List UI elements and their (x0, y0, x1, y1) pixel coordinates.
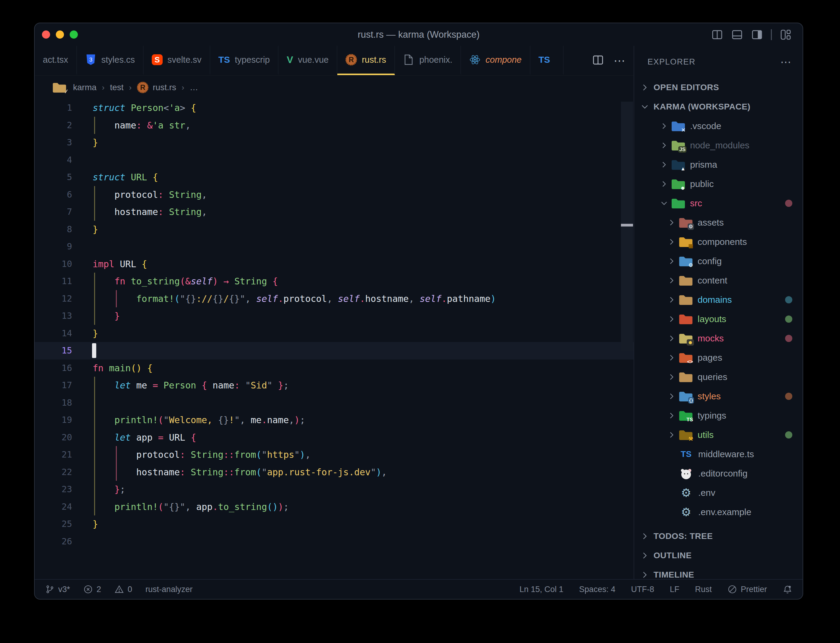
tab-styles.cs[interactable]: 3styles.cs (77, 46, 144, 75)
code-line-1[interactable]: 1struct Person<'a> { (35, 99, 634, 117)
line-number[interactable]: 22 (35, 463, 72, 481)
code-line-19[interactable]: 19 println!("Welcome, {}!", me.name,); (35, 411, 634, 429)
section-OPEN EDITORS[interactable]: OPEN EDITORS (634, 78, 802, 97)
tab-phoenix.[interactable]: phoenix. (395, 46, 461, 75)
code-line-4[interactable]: 4 (35, 152, 634, 169)
line-number[interactable]: 4 (35, 152, 72, 169)
toggle-panel-icon[interactable] (731, 29, 743, 41)
tree-item-components[interactable]: ▦components (634, 232, 802, 251)
status-item-rust[interactable]: Rust (695, 585, 712, 594)
status-item-v3-[interactable]: v3* (45, 584, 70, 594)
code-line-15[interactable]: 15 (35, 342, 634, 359)
code-line-21[interactable]: 21 protocol: String::from("https"), (35, 446, 634, 463)
code-line-22[interactable]: 22 hostname: String::from("app.rust-for-… (35, 463, 634, 481)
tree-item-domains[interactable]: domains (634, 290, 802, 309)
code-line-7[interactable]: 7 hostname: String, (35, 203, 634, 221)
tree-item-queries[interactable]: queries (634, 367, 802, 387)
tree-item-mocks[interactable]: ☻mocks (634, 329, 802, 348)
status-item-spaces-4[interactable]: Spaces: 4 (579, 585, 615, 594)
tab-act.tsx[interactable]: act.tsx (35, 46, 77, 75)
status-item-prettier[interactable]: Prettier (727, 584, 767, 594)
code-editor[interactable]: 1struct Person<'a> {2 name: &'a str,3}45… (35, 99, 634, 579)
tree-item-pages[interactable]: <>pages (634, 348, 802, 367)
tree-item-layouts[interactable]: layouts (634, 309, 802, 329)
code-line-6[interactable]: 6 protocol: String, (35, 186, 634, 204)
explorer-more-actions-icon[interactable]: ⋯ (780, 59, 792, 65)
breadcrumb-item[interactable]: Rrust.rs (137, 82, 176, 93)
code-line-8[interactable]: 8} (35, 221, 634, 238)
section-OUTLINE[interactable]: OUTLINE (634, 546, 802, 565)
code-line-16[interactable]: 16fn main() { (35, 359, 634, 377)
code-line-25[interactable]: 25} (35, 516, 634, 533)
tree-item-utils[interactable]: ⚒utils (634, 425, 802, 445)
line-number[interactable]: 26 (35, 533, 72, 550)
code-line-14[interactable]: 14} (35, 325, 634, 342)
tree-item-typings[interactable]: TStypings (634, 406, 802, 425)
section-TODOS: TREE[interactable]: TODOS: TREE (634, 527, 802, 546)
line-number[interactable]: 16 (35, 359, 72, 377)
tree-item-node_modules[interactable]: JSnode_modules (634, 136, 802, 155)
code-line-24[interactable]: 24 println!("{}", app.to_string()); (35, 498, 634, 516)
split-editor-button[interactable] (592, 54, 604, 67)
tab-rust.rs[interactable]: Rrust.rs (337, 46, 395, 75)
line-number[interactable]: 24 (35, 498, 72, 516)
line-number[interactable]: 17 (35, 377, 72, 394)
line-number[interactable]: 2 (35, 117, 72, 134)
tree-item-.vscode[interactable]: ✕.vscode (634, 116, 802, 136)
tree-item-src[interactable]: src (634, 194, 802, 213)
code-line-20[interactable]: 20 let app = URL { (35, 429, 634, 446)
line-number[interactable]: 13 (35, 307, 72, 325)
titlebar[interactable]: rust.rs — karma (Workspace) (35, 23, 802, 46)
tab-svelte.sv[interactable]: Ssvelte.sv (144, 46, 210, 75)
line-number[interactable]: 20 (35, 429, 72, 446)
code-line-10[interactable]: 10impl URL { (35, 255, 634, 273)
line-number[interactable]: 6 (35, 186, 72, 204)
line-number[interactable]: 23 (35, 481, 72, 498)
split-editor-icon[interactable] (711, 29, 723, 41)
status-item-rust-analyzer[interactable]: rust-analyzer (145, 585, 193, 594)
line-number[interactable]: 11 (35, 273, 72, 290)
tab-typescrip[interactable]: TStypescrip (210, 46, 278, 75)
tree-item-middleware.ts[interactable]: TSmiddleware.ts (634, 445, 802, 464)
line-number[interactable]: 25 (35, 516, 72, 533)
code-line-5[interactable]: 5struct URL { (35, 168, 634, 186)
code-line-12[interactable]: 12 format!("{}://{}/{}", self.protocol, … (35, 290, 634, 308)
code-line-3[interactable]: 3} (35, 134, 634, 152)
line-number[interactable]: 15 (35, 342, 72, 359)
line-number[interactable]: 12 (35, 290, 72, 308)
line-number[interactable]: 14 (35, 325, 72, 342)
line-number[interactable]: 19 (35, 411, 72, 429)
line-number[interactable]: 9 (35, 238, 72, 255)
tree-item-prisma[interactable]: ▲prisma (634, 155, 802, 174)
tree-item-styles[interactable]: {}styles (634, 387, 802, 406)
code-line-26[interactable]: 26 (35, 533, 634, 550)
line-number[interactable]: 3 (35, 134, 72, 152)
code-line-9[interactable]: 9 (35, 238, 634, 255)
code-line-17[interactable]: 17 let me = Person { name: "Sid" }; (35, 377, 634, 394)
tree-item-.env[interactable]: ⚙.env (634, 483, 802, 503)
breadcrumb-item[interactable]: test (110, 83, 123, 92)
line-number[interactable]: 8 (35, 221, 72, 238)
status-item-0[interactable]: 0 (114, 584, 132, 594)
customize-layout-icon[interactable] (780, 29, 792, 41)
tree-item-.env.example[interactable]: ⚙.env.example (634, 503, 802, 522)
toggle-right-sidebar-icon[interactable] (751, 29, 763, 41)
code-line-11[interactable]: 11 fn to_string(&self) → String { (35, 273, 634, 290)
breadcrumb-item[interactable]: ∕karma (52, 82, 96, 93)
code-line-18[interactable]: 18 (35, 394, 634, 412)
status-item-ln-15-col-1[interactable]: Ln 15, Col 1 (520, 585, 564, 594)
status-item-utf-8[interactable]: UTF-8 (631, 585, 654, 594)
code-line-2[interactable]: 2 name: &'a str, (35, 117, 634, 134)
tree-item-.editorconfig[interactable]: .editorconfig (634, 464, 802, 483)
line-number[interactable]: 21 (35, 446, 72, 463)
status-item-bell[interactable] (783, 584, 792, 594)
tab-cut[interactable]: TS (530, 46, 564, 75)
tree-item-content[interactable]: content (634, 271, 802, 290)
section-KARMA (WORKSPACE)[interactable]: KARMA (WORKSPACE) (634, 97, 802, 116)
breadcrumb-item[interactable]: … (190, 83, 198, 92)
line-number[interactable]: 18 (35, 394, 72, 412)
tree-item-config[interactable]: ⚙config (634, 251, 802, 271)
more-actions-button[interactable]: ⋯ (614, 55, 626, 66)
line-number[interactable]: 1 (35, 99, 72, 117)
line-number[interactable]: 5 (35, 168, 72, 186)
